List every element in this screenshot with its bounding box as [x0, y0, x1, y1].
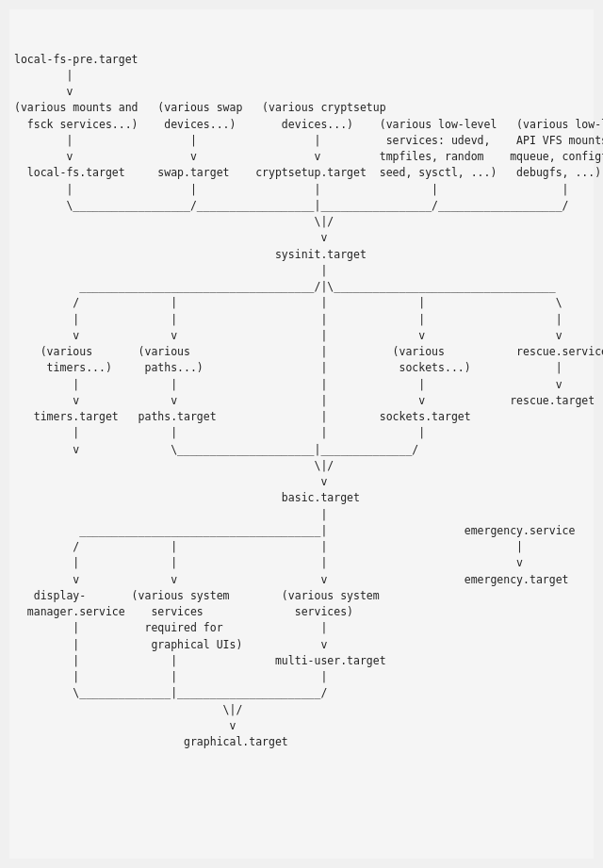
systemd-boot-diagram: local-fs-pre.target | v (various mounts … [9, 9, 594, 859]
diagram-content: local-fs-pre.target | v (various mounts … [14, 52, 589, 751]
